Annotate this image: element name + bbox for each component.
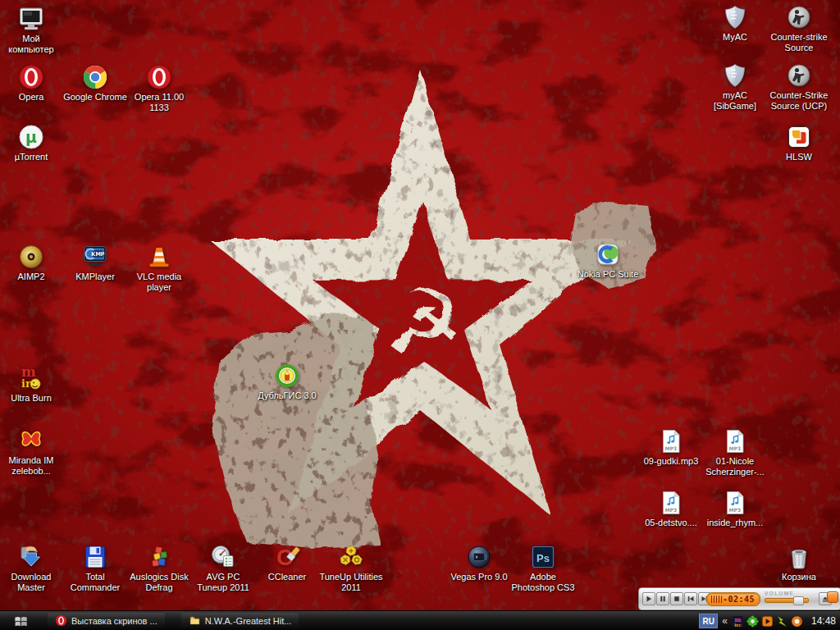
volume-control: VOLUME	[765, 591, 814, 603]
kmplayer-icon: KMP	[81, 243, 109, 271]
mirc-tray-icon[interactable]: mirc	[732, 615, 744, 628]
avg-pc-tuneup-icon	[209, 543, 237, 571]
desktop-icon-mp3-inside[interactable]: MP3inside_rhym...	[703, 489, 767, 528]
mp3-gudki-label: 09-gudki.mp3	[639, 456, 703, 467]
recycle-bin-label: Корзина	[767, 572, 831, 582]
desktop-icon-mp3-nicole[interactable]: MP301-Nicole Scherzinger-...	[703, 427, 767, 477]
desktop-icon-ccleaner[interactable]: CCCleaner	[255, 543, 319, 582]
desktop-icon-opera[interactable]: Opera	[0, 63, 63, 103]
desktop-icon-miranda-im[interactable]: Miranda IM zelebob...	[0, 427, 63, 477]
desktop-icon-mp3-detstvo[interactable]: MP305-detstvo....	[639, 489, 703, 528]
desktop-icon-auslogics-disk-defrag[interactable]: Auslogics Disk Defrag	[127, 543, 191, 593]
utorrent-icon: µ	[17, 123, 45, 151]
desktop-icon-tuneup-utilities[interactable]: TuneUp Utilities 2011	[319, 543, 383, 593]
vegas-pro-icon	[465, 543, 493, 571]
mp3-inside-icon: MP3	[721, 489, 749, 517]
mini-player: -02:45 VOLUME	[638, 587, 840, 610]
language-indicator[interactable]: RU	[699, 614, 718, 628]
mp3-nicole-label: 01-Nicole Scherzinger-...	[703, 456, 767, 477]
counter-strike-source-label: Counter-strike Source	[767, 32, 831, 53]
myac-sibgame-icon	[721, 62, 749, 89]
myac-label: MyAC	[703, 32, 767, 43]
taskbar-button-label: Выставка скринов ...	[71, 616, 158, 626]
tuneup-utilities-label: TuneUp Utilities 2011	[319, 572, 383, 593]
folder-icon	[189, 614, 201, 628]
svg-text:MP3: MP3	[729, 507, 742, 513]
desktop-icon-aimp2[interactable]: AIMP2	[0, 243, 63, 282]
desktop-icon-download-master[interactable]: Download Master	[0, 543, 63, 593]
pause-button[interactable]	[656, 592, 669, 605]
prev-button[interactable]	[684, 592, 697, 605]
svg-text:KMP: KMP	[91, 251, 105, 258]
download-master-label: Download Master	[0, 572, 63, 593]
desktop-icon-myac[interactable]: MyAC	[703, 3, 767, 43]
taskbar-button-task-folder[interactable]: N.W.A.-Greatest Hit...	[181, 613, 299, 629]
volume-thumb[interactable]	[793, 596, 804, 605]
desktop-icon-nokia-pc-suite[interactable]: Nokia PC Suite	[576, 240, 640, 280]
svg-text:µ: µ	[25, 128, 37, 146]
desktop-icon-counter-strike-source-ucp[interactable]: cssCounter-Strike Source (UCP)	[767, 62, 831, 112]
desktop-icon-ultra-burn[interactable]: mirUltra Burn	[0, 364, 63, 404]
mp3-inside-label: inside_rhym...	[703, 518, 767, 528]
desktop-icon-vegas-pro[interactable]: Vegas Pro 9.0	[447, 543, 511, 582]
desktop-icon-myac-sibgame[interactable]: myAC [SibGame]	[703, 62, 767, 112]
opera-11-icon	[145, 63, 173, 91]
ccleaner-icon: C	[273, 543, 301, 571]
aimp2-label: AIMP2	[0, 272, 63, 282]
mp3-detstvo-icon: MP3	[657, 489, 685, 517]
mp3-detstvo-label: 05-detstvo....	[639, 518, 703, 528]
desktop-icon-my-computer[interactable]: Мой компьютер	[0, 5, 63, 55]
desktop-icon-hlsw[interactable]: HLSW	[767, 123, 831, 162]
desktop-icon-counter-strike-source[interactable]: cssCounter-strike Source	[767, 3, 831, 53]
hlsw-icon	[785, 123, 813, 151]
kmplayer-tray-icon[interactable]	[761, 615, 774, 628]
ultra-burn-icon: mir	[17, 364, 45, 392]
download-master-tray-icon[interactable]	[776, 615, 788, 628]
desktop-icon-vlc[interactable]: VLC media player	[127, 243, 191, 293]
myac-icon	[721, 3, 749, 31]
svg-text:Ps: Ps	[536, 552, 550, 564]
mp3-nicole-icon: MP3	[721, 427, 749, 455]
avg-pc-tuneup-label: AVG PC Tuneup 2011	[191, 572, 255, 593]
windows-flag-icon	[14, 614, 34, 628]
start-button[interactable]	[0, 611, 48, 630]
desktop-icon-recycle-bin[interactable]: Корзина	[767, 543, 831, 582]
volume-label: VOLUME	[765, 591, 814, 596]
desktop-icon-total-commander[interactable]: Total Commander	[63, 543, 127, 593]
opera-label: Opera	[0, 92, 63, 103]
myac-sibgame-label: myAC [SibGame]	[703, 90, 767, 112]
stop-button[interactable]	[670, 592, 683, 605]
google-chrome-label: Google Chrome	[63, 92, 127, 103]
play-button[interactable]	[642, 592, 655, 605]
tray-chevron[interactable]: «	[722, 615, 728, 627]
dublgis-label: ДубльГИС 3.0	[255, 390, 319, 401]
desktop-icon-utorrent[interactable]: µµTorrent	[0, 123, 63, 162]
desktop-icon-photoshop-cs3[interactable]: PsAdobe Photoshop CS3	[511, 543, 575, 593]
taskbar-button-task-opera[interactable]: Выставка скринов ...	[48, 613, 165, 629]
utorrent-label: µTorrent	[0, 152, 63, 162]
miranda-im-icon	[17, 427, 45, 454]
desktop-icon-dublgis[interactable]: ДубльГИС 3.0	[255, 362, 319, 401]
opera-icon	[17, 63, 45, 91]
svg-text:css: css	[807, 7, 812, 11]
aimp2-icon	[17, 243, 45, 271]
opera-icon	[55, 614, 67, 628]
desktop-icon-opera-11[interactable]: Opera 11.00 1133	[127, 63, 191, 113]
desktop-icon-google-chrome[interactable]: Google Chrome	[63, 63, 127, 103]
svg-text:MP3: MP3	[729, 445, 742, 451]
desktop: ☭ Мой компьютерOperaGoogle ChromeOpera 1…	[0, 0, 840, 630]
tuneup-utilities-icon	[337, 543, 365, 571]
ccleaner-label: CCleaner	[255, 572, 319, 582]
volume-slider[interactable]	[765, 598, 809, 603]
taskbar-button-label: N.W.A.-Greatest Hit...	[205, 616, 292, 626]
desktop-icon-avg-pc-tuneup[interactable]: AVG PC Tuneup 2011	[191, 543, 255, 593]
desktop-icon-mp3-gudki[interactable]: MP309-gudki.mp3	[639, 427, 703, 467]
opera-tray-icon[interactable]	[791, 615, 803, 628]
player-corner-button[interactable]	[827, 591, 838, 603]
icq-tray-icon[interactable]	[746, 615, 759, 628]
total-commander-icon	[81, 543, 109, 571]
desktop-icon-kmplayer[interactable]: KMPKMPlayer	[63, 243, 127, 282]
recycle-bin-icon	[785, 543, 813, 571]
counter-strike-source-ucp-label: Counter-Strike Source (UCP)	[767, 90, 831, 112]
taskbar-clock[interactable]: 14:48	[811, 615, 836, 627]
